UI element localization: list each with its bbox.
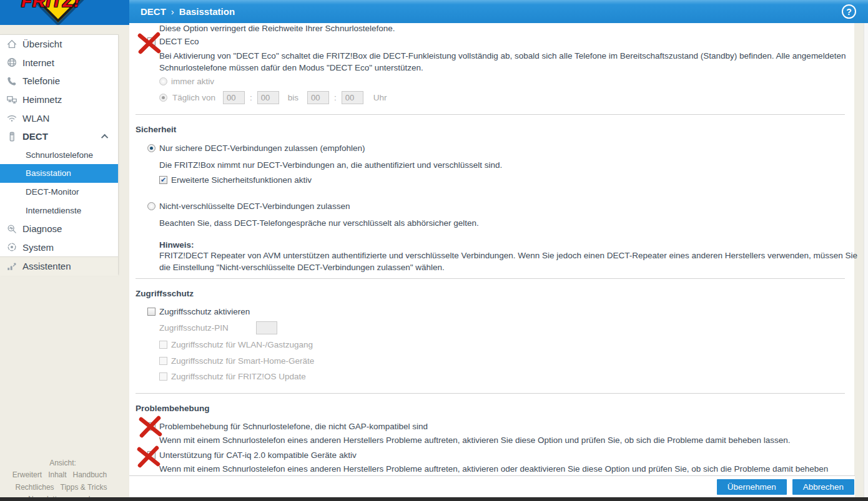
catiq-checkbox[interactable] [147,451,155,459]
unencrypted-row: Nicht-verschlüsselte DECT-Verbindungen z… [147,202,350,211]
time-to-hour-input [307,91,329,104]
link-handbuch[interactable]: Handbuch [72,470,107,479]
bis-label: bis [288,93,298,102]
zugriff-fritzos-row: Zugriffsschutz für FRITZ!OS Update [159,372,306,381]
sidebar-subitem-internetdienste[interactable]: Internetdienste [0,201,118,220]
system-icon [6,241,17,253]
wizard-steps-icon [6,260,17,272]
zugriff-wlan-row: Zugriffsschutz für WLAN-/Gastzugang [159,340,313,349]
daily-label: Täglich von [172,93,215,102]
section-divider [136,278,845,279]
fritz-logo-text: FRITZ! [21,0,81,11]
fritz-logo-block: FRITZ! [0,0,129,25]
breadcrumb-page: Basisstation [179,6,235,17]
magnifier-icon [6,223,17,235]
globe-icon [6,57,17,69]
dect-eco-label: DECT Eco [159,37,199,46]
sidebar-item-dect[interactable]: DECT [0,127,118,146]
hinweis-text: FRITZ!DECT Repeater von AVM unterstützen… [159,250,868,273]
link-rechtliches[interactable]: Rechtliches [16,483,54,492]
dect-eco-always-row: immer aktiv [159,77,214,86]
gap-checkbox[interactable] [147,422,155,430]
catiq-row: Unterstützung für CAT-iq 2.0 kompatible … [147,450,357,460]
secure-connections-label: Nur sichere DECT-Verbindungen zulassen (… [159,143,365,153]
pin-row: Zugriffsschutz-PIN [159,321,277,334]
secure-connections-note: Die FRITZ!Box nimmt nur DECT-Verbindunge… [159,160,502,171]
zugriffsschutz-heading: Zugriffsschutz [136,289,194,298]
home-icon [6,38,17,50]
extended-security-label: Erweiterte Sicherheitsfunktionen aktiv [171,175,312,185]
extended-security-row: Erweiterte Sicherheitsfunktionen aktiv [159,175,312,185]
help-icon[interactable]: ? [842,4,856,19]
sidebar-item-telefonie[interactable]: Telefonie [0,72,118,90]
gap-label: Problembehebung für Schnurlostelefone, d… [159,422,428,431]
sidebar-nav: Übersicht Internet Telefonie Heimnetz WL… [0,34,119,275]
sidebar-item-internet[interactable]: Internet [0,54,118,72]
zugriff-wlan-checkbox [159,341,167,349]
secure-connections-radio[interactable] [147,144,155,152]
action-bar: Übernehmen Abbrechen [129,475,855,497]
cancel-button[interactable]: Abbrechen [792,479,854,495]
always-active-label: immer aktiv [171,77,214,86]
page-header: DECT › Basisstation ? [129,0,868,23]
time-from-hour-input [223,91,245,104]
extended-security-checkbox[interactable] [159,176,167,184]
sidebar-item-wlan[interactable]: WLAN [0,109,118,127]
uhr-label: Uhr [373,93,387,102]
fritzbox-ui: FRITZ! DECT › Basisstation ? Übersicht I… [0,0,868,501]
network-icon [6,94,17,105]
link-tipps-tricks[interactable]: Tipps & Tricks [61,483,107,492]
link-inhalt[interactable]: Inhalt [48,470,66,479]
time-colon-2: : [334,93,337,102]
zugriffsschutz-aktivieren-checkbox[interactable] [147,308,155,316]
sidebar-item-heimnetz[interactable]: Heimnetz [0,90,118,109]
phone-icon [6,75,17,87]
zugriff-fritzos-label: Zugriffsschutz für FRITZ!OS Update [171,372,306,381]
apply-button[interactable]: Übernehmen [717,479,787,495]
dect-eco-description: Bei Aktivierung von "DECT Eco" schaltet … [159,50,854,74]
zugriff-smarthome-label: Zugriffsschutz für Smart-Home-Geräte [171,356,314,366]
daily-radio [159,94,167,102]
settings-panel: Diese Option verringert die Reichweite I… [129,23,854,475]
chevron-up-icon [101,134,108,141]
zugriff-wlan-label: Zugriffsschutz für WLAN-/Gastzugang [171,340,313,349]
secure-connections-row: Nur sichere DECT-Verbindungen zulassen (… [147,143,365,153]
section-divider [136,393,845,394]
breadcrumb-section[interactable]: DECT [141,6,166,17]
time-colon: : [250,93,252,102]
zugriff-smarthome-checkbox [159,357,167,365]
dect-phone-icon [6,130,17,142]
time-to-min-input [342,91,363,104]
zugriff-fritzos-checkbox [159,372,167,381]
sidebar-item-diagnose[interactable]: Diagnose [0,220,118,238]
dect-eco-intro-text: Diese Option verringert die Reichweite I… [159,23,395,34]
sidebar-subitem-schnurlostelefone[interactable]: Schnurlostelefone [0,146,118,165]
zugriff-smarthome-row: Zugriffsschutz für Smart-Home-Geräte [159,356,314,366]
always-active-radio [159,77,167,85]
section-divider [136,114,845,115]
sidebar-item-system[interactable]: System [0,238,118,257]
dect-eco-daily-row: Täglich von : bis : Uhr [159,91,387,104]
dect-eco-row: DECT Eco [147,37,199,46]
wifi-icon [6,112,17,124]
pin-input [256,321,277,334]
problembehebung-heading: Problembehebung [136,404,210,413]
zugriffsschutz-aktivieren-label: Zugriffsschutz aktivieren [159,307,250,316]
footer-links: Ansicht: ErweitertInhaltHandbuch Rechtli… [0,457,122,501]
catiq-label: Unterstützung für CAT-iq 2.0 kompatible … [159,450,357,460]
pin-label: Zugriffsschutz-PIN [159,323,252,333]
sidebar-subitem-dect-monitor[interactable]: DECT-Monitor [0,183,118,202]
sidebar-subitem-basisstation[interactable]: Basisstation [0,164,118,183]
breadcrumb-separator-icon: › [171,6,174,17]
unencrypted-radio[interactable] [147,202,155,210]
hinweis-heading: Hinweis: [159,240,194,251]
dect-eco-checkbox[interactable] [147,37,155,46]
sidebar-item-assistenten[interactable]: Assistenten [0,256,118,276]
gap-row: Problembehebung für Schnurlostelefone, d… [147,422,428,431]
unencrypted-label: Nicht-verschlüsselte DECT-Verbindungen z… [159,202,350,211]
scrollbar-track[interactable] [864,23,868,497]
unencrypted-note: Beachten Sie, dass DECT-Telefongespräche… [159,218,479,229]
sidebar-item-uebersicht[interactable]: Übersicht [0,35,118,54]
gap-note: Wenn mit einem Schnurlostelefon eines an… [159,435,791,446]
link-ansicht-erweitert[interactable]: Ansicht: Erweitert [12,459,76,479]
